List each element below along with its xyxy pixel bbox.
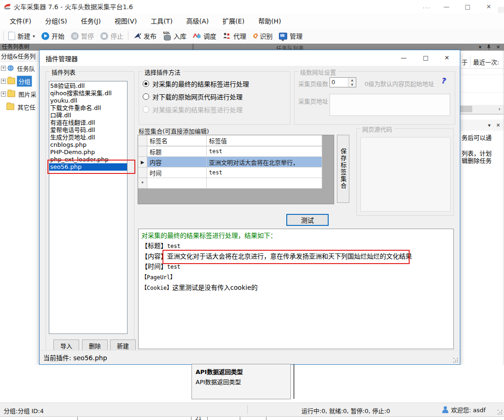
scroll-right-arrow-icon[interactable]: › — [496, 105, 503, 113]
expander-icon[interactable]: + — [1, 66, 6, 71]
statusbar-group-id: 分组:分组 ID:4 — [4, 406, 44, 415]
proxy-button[interactable]: 代理 — [220, 30, 249, 42]
tree-item-other-task[interactable]: 其它任 — [0, 100, 39, 113]
page-address-label: 采集页地址 — [298, 97, 328, 105]
plugin-list-item[interactable]: 爱帮电话号码.dll — [49, 127, 127, 134]
dialog-maximize-button[interactable]: □ — [416, 50, 436, 65]
proxy-people-icon — [223, 32, 231, 40]
tree-leaf-spacer — [1, 105, 5, 109]
toolbar-separator — [128, 31, 128, 40]
ocr-button[interactable]: Q 识别 — [249, 30, 276, 42]
table-column-header[interactable]: 于 最近一次: — [460, 54, 504, 69]
task-tree-panel-title: 任务列表树 — [2, 44, 29, 51]
column-tag-name[interactable]: 标签名 — [147, 135, 207, 146]
radio-checked-icon[interactable] — [143, 81, 149, 87]
dock-caret-icon[interactable]: ▾ — [479, 44, 481, 50]
plugin-list-item[interactable]: php_ext_loader.php — [49, 156, 127, 163]
dialog-titlebar[interactable]: 插件管理器 — □ ✕ — [40, 50, 460, 66]
web-source-textarea — [360, 137, 451, 212]
horizontal-scrollbar[interactable]: › — [460, 105, 504, 113]
new-button[interactable]: 新建 ▾ — [5, 30, 38, 42]
start-button[interactable]: 开始 — [38, 30, 68, 42]
menu-item-file[interactable]: 文件(F) — [3, 13, 38, 28]
result-cookie-line: 【Cookie】这里测试是没有传入cookie的 — [141, 282, 451, 293]
ocr-recognize-icon: Q — [253, 33, 257, 39]
save-tag-collection-button[interactable]: 保存标签集合 — [337, 135, 349, 203]
plugin-list-item[interactable]: 有道在线翻译.dll — [49, 119, 127, 127]
plugin-list-item[interactable]: 生成分页地址.dll — [49, 134, 127, 141]
window-resize-grip[interactable] — [497, 409, 503, 415]
plugin-list-item[interactable]: 下载文件重命名.dll — [49, 104, 127, 112]
user-icon — [442, 406, 449, 413]
tag-collection-label: 标签集合(可直接添加编辑) — [139, 127, 209, 135]
statusbar-welcome: 欢迎您: asdf — [451, 405, 486, 414]
tree-item-image-collect[interactable]: + 图片采 — [0, 87, 39, 100]
monitor-icon — [279, 33, 287, 40]
tag-table-row[interactable]: 标题 test — [138, 146, 334, 157]
plugin-method-group: 选择插件方法 对采集的最终的结果标签进行处理 对下载的原始网页代码进行处理 对某… — [139, 71, 290, 125]
plugin-list-item[interactable]: youku.dll — [49, 97, 127, 104]
dock-close-icon[interactable]: ✕ — [496, 122, 500, 128]
schedule-button[interactable]: 调度 — [190, 30, 220, 42]
dock-caret-icon[interactable]: ▾ — [488, 122, 491, 128]
dock-pin-icon[interactable] — [487, 45, 491, 50]
menu-item-advanced[interactable]: 高级(A) — [180, 13, 216, 28]
expander-icon[interactable]: + — [1, 92, 6, 97]
db-import-button[interactable]: 入库 — [160, 30, 190, 42]
minimize-button[interactable]: — — [436, 0, 457, 13]
maximize-button[interactable]: □ — [457, 0, 478, 13]
plugin-list-item[interactable]: cnblogs.php — [49, 141, 127, 149]
menu-item-tools[interactable]: 工具(T) — [144, 13, 179, 28]
tree-item-group[interactable]: + 分组 — [0, 75, 39, 87]
current-row-arrow-icon[interactable]: ▶ — [138, 157, 147, 167]
publish-button[interactable]: 发布 — [130, 30, 160, 42]
app-window: 火车采集器 7.6 - 火车头数据采集平台1.6 ... — □ ✕ 文件(F)… — [0, 0, 504, 420]
radio-process-final-result[interactable]: 对采集的最终的结果标签进行处理 — [143, 79, 249, 88]
menu-item-help[interactable]: 帮助(H) — [251, 13, 288, 28]
tag-table[interactable]: 标签名 标签值 标题 test ▶ 内容 亚洲文明对话大会将在北京举行， 时间 … — [138, 135, 334, 204]
folder-icon — [7, 91, 15, 97]
tree-item-task-queue[interactable]: + 任务队 — [0, 62, 39, 75]
plugin-list-item[interactable]: qihoo搜索结果采集.dll — [49, 90, 127, 97]
tag-table-header-row: 标签名 标签值 — [138, 135, 334, 146]
help-icon[interactable]: ? — [441, 76, 445, 85]
manage-button[interactable]: 管理 — [276, 30, 306, 42]
column-tag-value[interactable]: 标签值 — [207, 135, 322, 146]
group-task-tab[interactable]: 分组&任务列 — [0, 51, 39, 62]
tag-table-row[interactable]: 时间 test — [138, 167, 334, 178]
new-file-icon — [8, 32, 15, 40]
dialog-resize-grip[interactable] — [453, 357, 458, 363]
web-source-group: 网页源代码 — [356, 128, 454, 216]
dialog-minimize-button[interactable]: — — [394, 50, 414, 65]
radio-unchecked-icon[interactable] — [143, 93, 149, 100]
radio-process-raw-html[interactable]: 对下载的原始网页代码进行处理 — [143, 92, 243, 101]
stop-button: 停止 — [97, 30, 127, 42]
plugin-list-item[interactable]: 58验证码.dll — [49, 82, 127, 90]
tag-table-row-selected[interactable]: ▶ 内容 亚洲文明对话大会将在北京举行， — [138, 157, 334, 167]
scrollbar-thumb[interactable] — [460, 106, 472, 112]
result-header: 对采集的最终的结果标签进行处理，结果如下： — [141, 230, 451, 241]
menu-item-extend[interactable]: 扩展(E) — [215, 13, 251, 28]
menu-item-group[interactable]: 分组(S) — [38, 13, 74, 28]
spin-up-icon: ▲ — [348, 78, 356, 82]
page-address-input — [330, 94, 450, 116]
plugin-list-item[interactable]: 口碑.dll — [49, 112, 127, 119]
menu-item-task[interactable]: 任务(J) — [74, 13, 108, 28]
plugin-listbox[interactable]: 58验证码.dll qihoo搜索结果采集.dll youku.dll 下载文件… — [49, 81, 127, 334]
titlebar-overflow-button[interactable]: ... — [417, 3, 436, 10]
test-button[interactable]: 测试 — [286, 214, 329, 226]
tag-table-new-row[interactable]: * — [138, 178, 334, 189]
new-row-marker-icon[interactable]: * — [138, 178, 147, 189]
menu-item-view[interactable]: 视图(V) — [108, 13, 144, 28]
dock-close-icon[interactable]: ✕ — [496, 44, 500, 50]
radio-disabled-icon — [143, 106, 149, 113]
expander-icon[interactable]: + — [1, 79, 6, 84]
level-url-group-label: 级数网址设置 — [298, 68, 338, 76]
close-button[interactable]: ✕ — [478, 0, 499, 13]
plugin-list-item-selected[interactable]: seo56.php — [49, 163, 127, 171]
dialog-title: 插件管理器 — [46, 54, 78, 63]
dialog-close-button[interactable]: ✕ — [437, 50, 457, 65]
app-logo-train-icon — [4, 3, 12, 10]
plugin-list-item[interactable]: PHP-Demo.php — [49, 149, 127, 156]
new-dropdown-caret-icon[interactable]: ▾ — [33, 34, 35, 39]
